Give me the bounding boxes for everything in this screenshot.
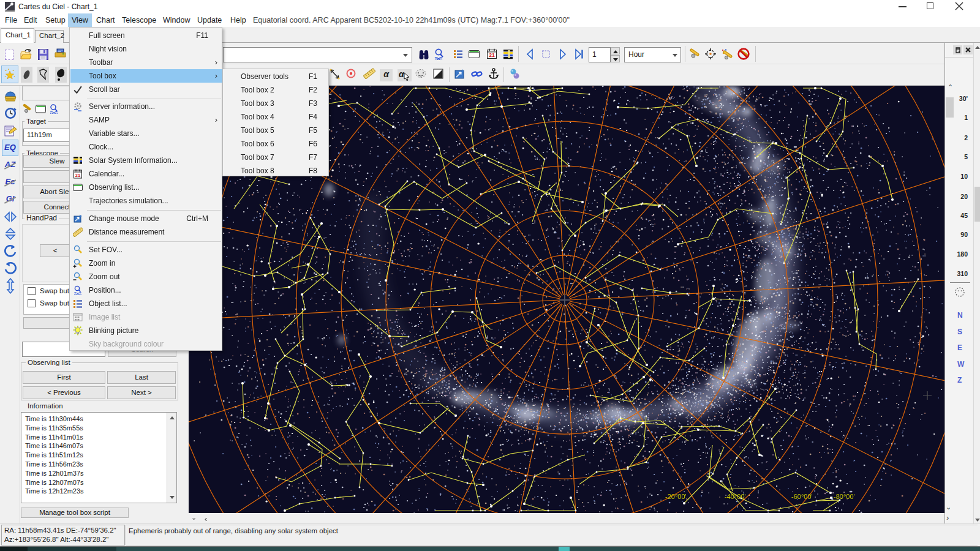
svg-text:-40°00': -40°00' xyxy=(725,493,746,500)
svg-text:21: 21 xyxy=(75,173,80,178)
svg-text:-80°00': -80°00' xyxy=(834,493,855,500)
svg-text:-20°00': -20°00' xyxy=(665,493,687,500)
svg-text:21: 21 xyxy=(489,52,495,58)
svg-text:-60°00': -60°00' xyxy=(791,493,813,500)
